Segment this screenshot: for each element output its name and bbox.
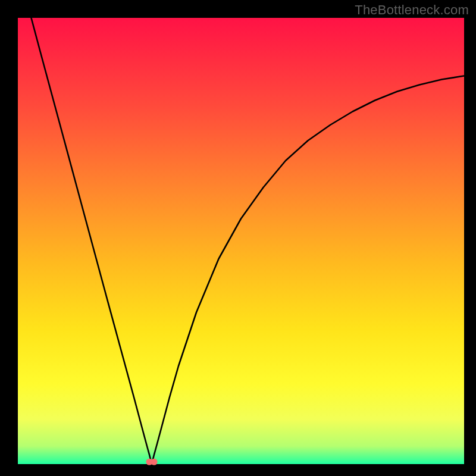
bottleneck-chart bbox=[0, 0, 476, 476]
watermark-text: TheBottleneck.com bbox=[355, 2, 469, 18]
plot-background bbox=[18, 18, 464, 464]
svg-point-1 bbox=[151, 459, 158, 465]
chart-frame: { "watermark": "TheBottleneck.com", "cha… bbox=[0, 0, 476, 476]
